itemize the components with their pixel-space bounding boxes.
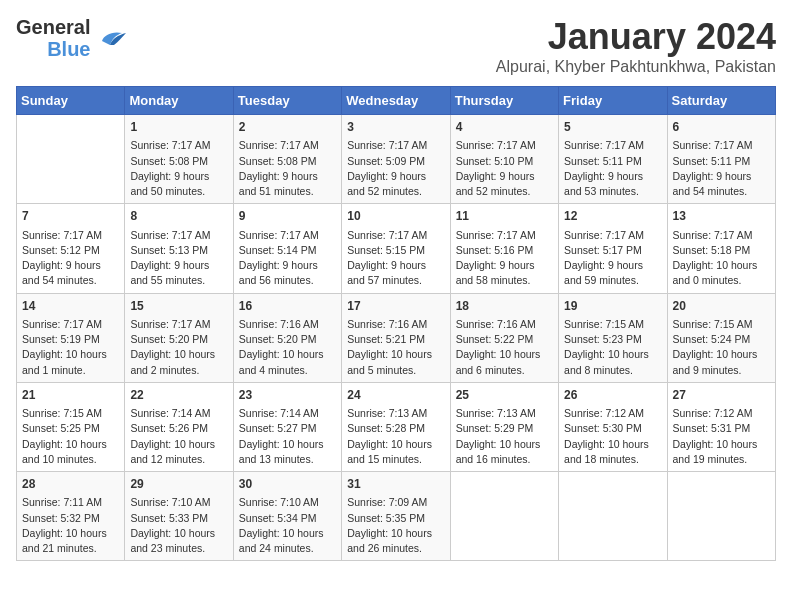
calendar-cell: 14Sunrise: 7:17 AM Sunset: 5:19 PM Dayli… <box>17 293 125 382</box>
page-header: General Blue January 2024 Alpurai, Khybe… <box>16 16 776 76</box>
day-info: Sunrise: 7:17 AM Sunset: 5:15 PM Dayligh… <box>347 228 444 289</box>
calendar-header-thursday: Thursday <box>450 87 558 115</box>
day-number: 13 <box>673 208 770 225</box>
day-number: 11 <box>456 208 553 225</box>
calendar-cell: 15Sunrise: 7:17 AM Sunset: 5:20 PM Dayli… <box>125 293 233 382</box>
calendar-cell <box>559 472 667 561</box>
day-info: Sunrise: 7:17 AM Sunset: 5:11 PM Dayligh… <box>673 138 770 199</box>
day-info: Sunrise: 7:17 AM Sunset: 5:13 PM Dayligh… <box>130 228 227 289</box>
day-number: 16 <box>239 298 336 315</box>
day-number: 2 <box>239 119 336 136</box>
calendar-cell: 13Sunrise: 7:17 AM Sunset: 5:18 PM Dayli… <box>667 204 775 293</box>
day-number: 14 <box>22 298 119 315</box>
day-number: 29 <box>130 476 227 493</box>
calendar-header-monday: Monday <box>125 87 233 115</box>
day-info: Sunrise: 7:17 AM Sunset: 5:20 PM Dayligh… <box>130 317 227 378</box>
day-info: Sunrise: 7:09 AM Sunset: 5:35 PM Dayligh… <box>347 495 444 556</box>
calendar-cell: 10Sunrise: 7:17 AM Sunset: 5:15 PM Dayli… <box>342 204 450 293</box>
day-number: 6 <box>673 119 770 136</box>
calendar-cell: 8Sunrise: 7:17 AM Sunset: 5:13 PM Daylig… <box>125 204 233 293</box>
calendar-cell: 18Sunrise: 7:16 AM Sunset: 5:22 PM Dayli… <box>450 293 558 382</box>
day-info: Sunrise: 7:10 AM Sunset: 5:33 PM Dayligh… <box>130 495 227 556</box>
calendar-cell: 3Sunrise: 7:17 AM Sunset: 5:09 PM Daylig… <box>342 115 450 204</box>
calendar-week-row: 1Sunrise: 7:17 AM Sunset: 5:08 PM Daylig… <box>17 115 776 204</box>
calendar-cell: 25Sunrise: 7:13 AM Sunset: 5:29 PM Dayli… <box>450 382 558 471</box>
calendar-cell: 9Sunrise: 7:17 AM Sunset: 5:14 PM Daylig… <box>233 204 341 293</box>
logo-blue: Blue <box>47 38 90 60</box>
day-number: 23 <box>239 387 336 404</box>
location-title: Alpurai, Khyber Pakhtunkhwa, Pakistan <box>496 58 776 76</box>
day-info: Sunrise: 7:16 AM Sunset: 5:21 PM Dayligh… <box>347 317 444 378</box>
calendar-cell: 20Sunrise: 7:15 AM Sunset: 5:24 PM Dayli… <box>667 293 775 382</box>
calendar-cell: 21Sunrise: 7:15 AM Sunset: 5:25 PM Dayli… <box>17 382 125 471</box>
day-number: 24 <box>347 387 444 404</box>
day-number: 21 <box>22 387 119 404</box>
calendar-cell: 17Sunrise: 7:16 AM Sunset: 5:21 PM Dayli… <box>342 293 450 382</box>
day-number: 30 <box>239 476 336 493</box>
calendar-header-sunday: Sunday <box>17 87 125 115</box>
calendar-cell: 6Sunrise: 7:17 AM Sunset: 5:11 PM Daylig… <box>667 115 775 204</box>
calendar-cell <box>450 472 558 561</box>
calendar-cell: 28Sunrise: 7:11 AM Sunset: 5:32 PM Dayli… <box>17 472 125 561</box>
calendar-cell: 23Sunrise: 7:14 AM Sunset: 5:27 PM Dayli… <box>233 382 341 471</box>
day-number: 22 <box>130 387 227 404</box>
day-info: Sunrise: 7:17 AM Sunset: 5:17 PM Dayligh… <box>564 228 661 289</box>
calendar-cell <box>667 472 775 561</box>
calendar-header-saturday: Saturday <box>667 87 775 115</box>
day-number: 5 <box>564 119 661 136</box>
day-info: Sunrise: 7:17 AM Sunset: 5:12 PM Dayligh… <box>22 228 119 289</box>
day-number: 12 <box>564 208 661 225</box>
day-info: Sunrise: 7:13 AM Sunset: 5:29 PM Dayligh… <box>456 406 553 467</box>
day-info: Sunrise: 7:17 AM Sunset: 5:08 PM Dayligh… <box>130 138 227 199</box>
calendar-week-row: 14Sunrise: 7:17 AM Sunset: 5:19 PM Dayli… <box>17 293 776 382</box>
calendar-week-row: 21Sunrise: 7:15 AM Sunset: 5:25 PM Dayli… <box>17 382 776 471</box>
day-info: Sunrise: 7:13 AM Sunset: 5:28 PM Dayligh… <box>347 406 444 467</box>
calendar-cell: 19Sunrise: 7:15 AM Sunset: 5:23 PM Dayli… <box>559 293 667 382</box>
day-info: Sunrise: 7:16 AM Sunset: 5:22 PM Dayligh… <box>456 317 553 378</box>
calendar-cell: 12Sunrise: 7:17 AM Sunset: 5:17 PM Dayli… <box>559 204 667 293</box>
calendar-cell: 4Sunrise: 7:17 AM Sunset: 5:10 PM Daylig… <box>450 115 558 204</box>
day-info: Sunrise: 7:14 AM Sunset: 5:26 PM Dayligh… <box>130 406 227 467</box>
day-info: Sunrise: 7:17 AM Sunset: 5:19 PM Dayligh… <box>22 317 119 378</box>
day-info: Sunrise: 7:15 AM Sunset: 5:24 PM Dayligh… <box>673 317 770 378</box>
calendar-cell: 26Sunrise: 7:12 AM Sunset: 5:30 PM Dayli… <box>559 382 667 471</box>
day-number: 4 <box>456 119 553 136</box>
day-info: Sunrise: 7:17 AM Sunset: 5:10 PM Dayligh… <box>456 138 553 199</box>
calendar-cell: 11Sunrise: 7:17 AM Sunset: 5:16 PM Dayli… <box>450 204 558 293</box>
day-number: 9 <box>239 208 336 225</box>
day-info: Sunrise: 7:12 AM Sunset: 5:31 PM Dayligh… <box>673 406 770 467</box>
day-number: 18 <box>456 298 553 315</box>
day-info: Sunrise: 7:14 AM Sunset: 5:27 PM Dayligh… <box>239 406 336 467</box>
calendar-week-row: 7Sunrise: 7:17 AM Sunset: 5:12 PM Daylig… <box>17 204 776 293</box>
logo-general: General <box>16 16 90 38</box>
day-number: 10 <box>347 208 444 225</box>
day-info: Sunrise: 7:11 AM Sunset: 5:32 PM Dayligh… <box>22 495 119 556</box>
calendar-cell: 22Sunrise: 7:14 AM Sunset: 5:26 PM Dayli… <box>125 382 233 471</box>
calendar-cell: 29Sunrise: 7:10 AM Sunset: 5:33 PM Dayli… <box>125 472 233 561</box>
month-title: January 2024 <box>496 16 776 58</box>
day-number: 17 <box>347 298 444 315</box>
day-number: 15 <box>130 298 227 315</box>
day-info: Sunrise: 7:17 AM Sunset: 5:09 PM Dayligh… <box>347 138 444 199</box>
day-info: Sunrise: 7:12 AM Sunset: 5:30 PM Dayligh… <box>564 406 661 467</box>
logo-bird-icon <box>94 27 126 49</box>
calendar-cell: 5Sunrise: 7:17 AM Sunset: 5:11 PM Daylig… <box>559 115 667 204</box>
day-number: 20 <box>673 298 770 315</box>
calendar-cell: 24Sunrise: 7:13 AM Sunset: 5:28 PM Dayli… <box>342 382 450 471</box>
logo: General Blue <box>16 16 126 60</box>
calendar-cell: 7Sunrise: 7:17 AM Sunset: 5:12 PM Daylig… <box>17 204 125 293</box>
calendar-cell: 31Sunrise: 7:09 AM Sunset: 5:35 PM Dayli… <box>342 472 450 561</box>
day-info: Sunrise: 7:15 AM Sunset: 5:23 PM Dayligh… <box>564 317 661 378</box>
calendar-cell <box>17 115 125 204</box>
day-info: Sunrise: 7:17 AM Sunset: 5:14 PM Dayligh… <box>239 228 336 289</box>
day-info: Sunrise: 7:17 AM Sunset: 5:08 PM Dayligh… <box>239 138 336 199</box>
day-number: 8 <box>130 208 227 225</box>
day-number: 25 <box>456 387 553 404</box>
day-info: Sunrise: 7:17 AM Sunset: 5:18 PM Dayligh… <box>673 228 770 289</box>
day-number: 31 <box>347 476 444 493</box>
calendar-cell: 1Sunrise: 7:17 AM Sunset: 5:08 PM Daylig… <box>125 115 233 204</box>
calendar-cell: 27Sunrise: 7:12 AM Sunset: 5:31 PM Dayli… <box>667 382 775 471</box>
day-info: Sunrise: 7:15 AM Sunset: 5:25 PM Dayligh… <box>22 406 119 467</box>
calendar-header-tuesday: Tuesday <box>233 87 341 115</box>
calendar-cell: 16Sunrise: 7:16 AM Sunset: 5:20 PM Dayli… <box>233 293 341 382</box>
